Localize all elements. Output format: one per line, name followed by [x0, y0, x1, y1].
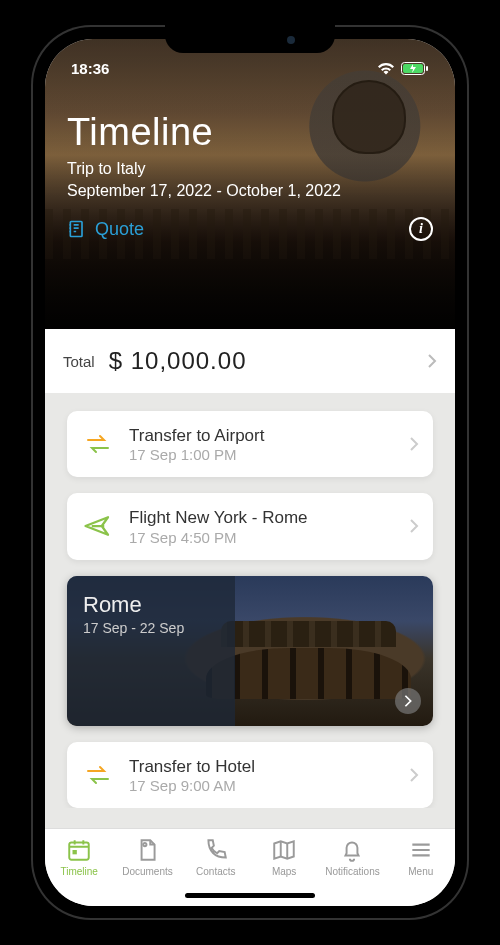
svg-point-6	[144, 843, 147, 846]
transfer-icon	[81, 758, 115, 792]
card-body: Transfer to Airport 17 Sep 1:00 PM	[129, 425, 395, 463]
documents-icon	[134, 837, 160, 863]
status-time: 18:36	[71, 60, 109, 77]
total-row[interactable]: Total $ 10,000.00	[45, 329, 455, 393]
card-title: Transfer to Hotel	[129, 756, 395, 777]
svg-rect-4	[69, 842, 89, 859]
destination-title: Rome	[83, 592, 219, 618]
chevron-right-icon	[409, 436, 419, 452]
bell-icon	[339, 837, 365, 863]
timeline-card-transfer-hotel[interactable]: Transfer to Hotel 17 Sep 9:00 AM	[67, 742, 433, 808]
quote-icon	[67, 219, 87, 239]
card-subtitle: 17 Sep 1:00 PM	[129, 446, 395, 463]
hero-header: 18:36 Timeline Trip to Italy September 1…	[45, 39, 455, 329]
info-button[interactable]: i	[409, 217, 433, 241]
tab-menu[interactable]: Menu	[391, 837, 451, 877]
map-icon	[271, 837, 297, 863]
tab-label: Menu	[408, 866, 433, 877]
tab-label: Notifications	[325, 866, 379, 877]
card-subtitle: 17 Sep 4:50 PM	[129, 529, 395, 546]
card-body: Transfer to Hotel 17 Sep 9:00 AM	[129, 756, 395, 794]
calendar-icon	[66, 837, 92, 863]
tab-bar: Timeline Documents Contacts Maps Notific…	[45, 828, 455, 906]
phone-notch	[165, 25, 335, 53]
card-subtitle: 17 Sep 9:00 AM	[129, 777, 395, 794]
status-icons	[377, 62, 429, 75]
menu-icon	[408, 837, 434, 863]
phone-frame: 18:36 Timeline Trip to Italy September 1…	[31, 25, 469, 920]
transfer-icon	[81, 427, 115, 461]
tab-documents[interactable]: Documents	[117, 837, 177, 877]
tab-label: Documents	[122, 866, 173, 877]
battery-charging-icon	[401, 62, 429, 75]
page-title: Timeline	[67, 111, 433, 154]
tab-label: Contacts	[196, 866, 235, 877]
tab-notifications[interactable]: Notifications	[322, 837, 382, 877]
screen: 18:36 Timeline Trip to Italy September 1…	[45, 39, 455, 906]
destination-card-rome[interactable]: Rome 17 Sep - 22 Sep	[67, 576, 433, 726]
timeline-list: Transfer to Airport 17 Sep 1:00 PM Fligh…	[45, 393, 455, 808]
plane-icon	[81, 509, 115, 543]
trip-name: Trip to Italy	[67, 158, 433, 180]
tab-maps[interactable]: Maps	[254, 837, 314, 877]
card-title: Transfer to Airport	[129, 425, 395, 446]
destination-dates: 17 Sep - 22 Sep	[83, 620, 219, 636]
home-indicator[interactable]	[185, 893, 315, 898]
chevron-right-icon	[409, 767, 419, 783]
tab-timeline[interactable]: Timeline	[49, 837, 109, 877]
quote-label: Quote	[95, 219, 144, 240]
phone-icon	[203, 837, 229, 863]
trip-date-range: September 17, 2022 - October 1, 2022	[67, 180, 433, 202]
total-label: Total	[63, 353, 95, 370]
card-title: Flight New York - Rome	[129, 507, 395, 528]
wifi-icon	[377, 62, 395, 75]
destination-chevron	[395, 688, 421, 714]
svg-rect-2	[426, 66, 428, 71]
quote-button[interactable]: Quote	[67, 219, 144, 240]
chevron-right-icon	[409, 518, 419, 534]
chevron-right-icon	[427, 353, 437, 369]
tab-contacts[interactable]: Contacts	[186, 837, 246, 877]
tab-label: Maps	[272, 866, 296, 877]
total-amount: $ 10,000.00	[109, 347, 413, 375]
timeline-card-flight[interactable]: Flight New York - Rome 17 Sep 4:50 PM	[67, 493, 433, 559]
svg-rect-5	[73, 850, 77, 854]
card-body: Flight New York - Rome 17 Sep 4:50 PM	[129, 507, 395, 545]
destination-overlay: Rome 17 Sep - 22 Sep	[67, 576, 235, 726]
hero-content: Timeline Trip to Italy September 17, 202…	[45, 83, 455, 201]
hero-actions: Quote i	[45, 201, 455, 255]
timeline-card-transfer-airport[interactable]: Transfer to Airport 17 Sep 1:00 PM	[67, 411, 433, 477]
tab-label: Timeline	[60, 866, 97, 877]
